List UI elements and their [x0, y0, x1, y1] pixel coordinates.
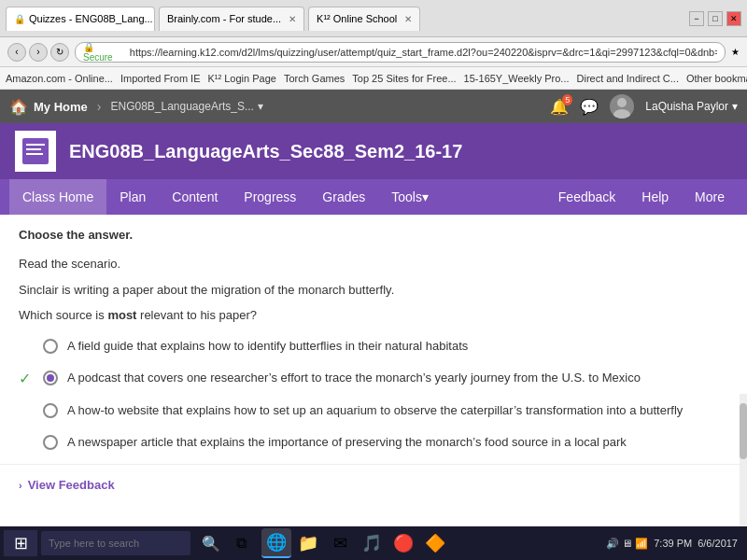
nav-help-label: Help: [641, 189, 669, 204]
nav-plan[interactable]: Plan: [106, 179, 159, 215]
tab-label-3: K¹² Online School: [317, 13, 397, 24]
chevron-right-icon: ›: [19, 480, 22, 491]
answer-b-text: A podcast that covers one researcher’s e…: [67, 370, 641, 386]
start-button[interactable]: ⊞: [4, 530, 37, 556]
context-text: Sinclair is writing a paper about the mi…: [19, 281, 728, 300]
answer-a-row: A field guide that explains how to ident…: [19, 338, 728, 355]
bookmark-star[interactable]: ★: [731, 47, 740, 57]
course-icon: [15, 131, 56, 172]
user-menu[interactable]: LaQuisha Paylor ▾: [645, 100, 738, 113]
bookmark-8[interactable]: Other bookmarks: [686, 73, 747, 84]
bookmark-7[interactable]: Direct and Indirect C...: [577, 73, 679, 84]
question-area: Choose the answer. Read the scenario. Si…: [0, 215, 747, 464]
radio-a[interactable]: [43, 339, 58, 354]
taskbar-browser[interactable]: 🌐: [261, 528, 291, 558]
close-button[interactable]: ✕: [726, 11, 741, 26]
answer-a-text: A field guide that explains how to ident…: [67, 338, 468, 355]
breadcrumb-dropdown-icon: ▾: [258, 100, 263, 113]
nav-plan-label: Plan: [120, 189, 146, 204]
nav-tools-dropdown-icon: ▾: [422, 189, 429, 204]
taskbar-mail[interactable]: ✉: [325, 528, 355, 558]
forward-button[interactable]: ›: [29, 43, 48, 62]
radio-b[interactable]: [43, 371, 58, 385]
my-home-link[interactable]: 🏠 My Home: [9, 98, 88, 116]
breadcrumb-course[interactable]: ENG08B_LanguageArts_S... ▾: [110, 100, 262, 113]
taskbar-spotify[interactable]: 🎵: [357, 528, 387, 558]
tab-2[interactable]: Brainly.com - For stude... ✕: [159, 7, 304, 31]
nav-class-home[interactable]: Class Home: [9, 179, 106, 215]
answer-c-row: A how-to website that explains how to se…: [19, 402, 728, 419]
instruction-text: Choose the answer.: [19, 228, 728, 242]
nav-grades-label: Grades: [322, 189, 365, 204]
maximize-button[interactable]: □: [708, 11, 723, 26]
tab-close-2[interactable]: ✕: [289, 14, 296, 24]
answers-list: A field guide that explains how to ident…: [19, 338, 728, 452]
search-input[interactable]: [41, 531, 190, 555]
nav-progress-label: Progress: [244, 189, 296, 204]
nav-class-home-label: Class Home: [22, 189, 93, 204]
browser-tabs-bar: 🔒 Quizzes - ENG08B_Lang... ✕ Brainly.com…: [0, 0, 747, 37]
tab-3[interactable]: K¹² Online School ✕: [308, 7, 420, 31]
bookmark-4[interactable]: Torch Games: [284, 73, 345, 84]
notification-icon[interactable]: 🔔 5: [550, 98, 569, 116]
nav-more-label: More: [695, 189, 725, 204]
scrollbar-thumb[interactable]: [740, 403, 747, 459]
nav-content[interactable]: Content: [159, 179, 231, 215]
prompt-text: Which source is most relevant to his pap…: [19, 306, 728, 325]
answer-d-row: A newspaper article that explains the im…: [19, 434, 728, 451]
avatar: [610, 94, 634, 119]
svg-rect-3: [26, 144, 45, 146]
bookmark-5[interactable]: Top 25 Sites for Free...: [352, 73, 456, 84]
answer-d-text: A newspaper article that explains the im…: [67, 434, 627, 451]
view-feedback-button[interactable]: › View Feedback: [19, 478, 115, 492]
user-dropdown-icon: ▾: [732, 100, 738, 113]
nav-content-label: Content: [172, 189, 218, 204]
radio-d[interactable]: [43, 435, 58, 450]
correct-mark-a: [19, 338, 34, 352]
radio-c[interactable]: [43, 403, 58, 418]
svg-rect-2: [22, 138, 49, 164]
main-content: Choose the answer. Read the scenario. Si…: [0, 215, 747, 505]
tab-label-1: Quizzes - ENG08B_Lang...: [29, 13, 153, 24]
bookmark-2[interactable]: Imported From IE: [120, 73, 201, 84]
notification-badge: 5: [562, 94, 572, 105]
correct-mark-b: ✓: [19, 370, 34, 387]
refresh-button[interactable]: ↻: [50, 43, 69, 62]
taskbar-app5[interactable]: 🔶: [420, 528, 450, 558]
nav-feedback-label: Feedback: [558, 189, 615, 204]
url-text: https://learning.k12.com/d2l/lms/quizzin…: [130, 47, 717, 58]
taskbar: ⊞ 🔍 ⧉ 🌐 📁 ✉ 🎵 🔴 🔶 🔊 🖥 📶 7:39 PM 6/6/2017: [0, 526, 747, 560]
nav-help[interactable]: Help: [628, 179, 682, 215]
cortana-icon[interactable]: 🔍: [198, 530, 224, 556]
taskbar-icons: 🔍 ⧉: [198, 530, 254, 556]
course-title: ENG08B_LanguageArts_Sec88_Sem2_16-17: [69, 141, 462, 162]
minimize-button[interactable]: −: [689, 11, 704, 26]
nav-feedback[interactable]: Feedback: [545, 179, 628, 215]
nav-right-items: Feedback Help More: [545, 179, 738, 215]
window-controls: − □ ✕: [689, 11, 741, 26]
nav-progress[interactable]: Progress: [231, 179, 309, 215]
header-icons: 🔔 5 💬 LaQuisha Paylor ▾: [550, 94, 738, 119]
bookmark-3[interactable]: K¹² Login Page: [208, 73, 276, 84]
course-header: ENG08B_LanguageArts_Sec88_Sem2_16-17: [0, 123, 747, 179]
clock-date: 6/6/2017: [698, 538, 738, 549]
bookmark-1[interactable]: Amazon.com - Online...: [6, 73, 113, 84]
correct-mark-d: [19, 434, 34, 448]
tab-close-3[interactable]: ✕: [404, 14, 412, 24]
answer-b-row: ✓ A podcast that covers one researcher’s…: [19, 370, 728, 387]
nav-tools[interactable]: Tools ▾: [378, 179, 442, 215]
taskbar-files[interactable]: 📁: [293, 528, 323, 558]
breadcrumb-label: ENG08B_LanguageArts_S...: [110, 100, 253, 113]
chat-icon[interactable]: 💬: [580, 98, 599, 116]
task-view-icon[interactable]: ⧉: [228, 530, 254, 556]
taskbar-chrome[interactable]: 🔴: [388, 528, 418, 558]
svg-point-1: [613, 109, 630, 119]
nav-grades[interactable]: Grades: [309, 179, 378, 215]
bookmark-6[interactable]: 15-165Y_Weekly Pro...: [464, 73, 570, 84]
view-feedback-label: View Feedback: [28, 478, 115, 492]
nav-more[interactable]: More: [682, 179, 738, 215]
answer-c-text: A how-to website that explains how to se…: [67, 402, 683, 419]
tab-active[interactable]: 🔒 Quizzes - ENG08B_Lang... ✕: [6, 7, 155, 31]
url-bar[interactable]: 🔒 Secure https://learning.k12.com/d2l/lm…: [75, 42, 726, 63]
back-button[interactable]: ‹: [7, 43, 26, 62]
